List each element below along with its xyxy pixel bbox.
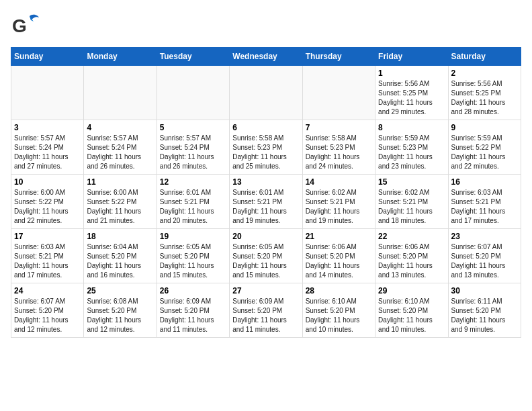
calendar-cell: 9Sunrise: 5:59 AM Sunset: 5:22 PM Daylig… (448, 120, 521, 175)
weekday-header: Monday (84, 48, 157, 66)
calendar-week-row: 17Sunrise: 6:03 AM Sunset: 5:21 PM Dayli… (11, 229, 521, 283)
day-info: Sunrise: 6:09 AM Sunset: 5:20 PM Dayligh… (160, 297, 226, 334)
day-info: Sunrise: 5:56 AM Sunset: 5:25 PM Dayligh… (451, 79, 518, 117)
day-info: Sunrise: 6:08 AM Sunset: 5:20 PM Dayligh… (87, 297, 153, 334)
day-number: 8 (378, 123, 445, 132)
day-number: 17 (14, 232, 81, 241)
day-number: 14 (306, 177, 372, 187)
day-number: 15 (378, 177, 445, 187)
day-info: Sunrise: 5:57 AM Sunset: 5:24 PM Dayligh… (87, 134, 153, 171)
calendar-cell: 7Sunrise: 5:58 AM Sunset: 5:23 PM Daylig… (302, 120, 375, 175)
day-info: Sunrise: 6:10 AM Sunset: 5:20 PM Dayligh… (306, 297, 372, 334)
day-info: Sunrise: 6:03 AM Sunset: 5:21 PM Dayligh… (451, 188, 518, 226)
calendar-cell: 28Sunrise: 6:10 AM Sunset: 5:20 PM Dayli… (302, 283, 375, 338)
day-number: 12 (160, 177, 226, 187)
page-header: G (11, 11, 521, 40)
svg-text:G: G (12, 15, 27, 36)
calendar-table: SundayMondayTuesdayWednesdayThursdayFrid… (11, 47, 521, 338)
day-info: Sunrise: 5:58 AM Sunset: 5:23 PM Dayligh… (306, 134, 372, 171)
day-number: 20 (232, 232, 299, 241)
calendar-cell: 20Sunrise: 6:05 AM Sunset: 5:20 PM Dayli… (230, 229, 302, 283)
calendar-week-row: 10Sunrise: 6:00 AM Sunset: 5:22 PM Dayli… (11, 175, 521, 229)
calendar-cell: 18Sunrise: 6:04 AM Sunset: 5:20 PM Dayli… (84, 229, 157, 283)
logo-icon: G (11, 11, 40, 40)
calendar-cell (302, 66, 375, 120)
day-number: 24 (14, 286, 81, 295)
calendar-cell: 15Sunrise: 6:02 AM Sunset: 5:21 PM Dayli… (375, 175, 448, 229)
day-info: Sunrise: 6:01 AM Sunset: 5:21 PM Dayligh… (160, 188, 226, 226)
day-number: 5 (160, 123, 226, 132)
calendar-cell: 30Sunrise: 6:11 AM Sunset: 5:20 PM Dayli… (448, 283, 521, 338)
calendar-cell: 11Sunrise: 6:00 AM Sunset: 5:22 PM Dayli… (84, 175, 157, 229)
day-info: Sunrise: 5:59 AM Sunset: 5:22 PM Dayligh… (451, 134, 518, 171)
day-number: 23 (451, 232, 518, 241)
day-number: 27 (232, 286, 299, 295)
day-number: 4 (87, 123, 153, 132)
day-number: 19 (160, 232, 226, 241)
day-number: 10 (14, 177, 81, 187)
day-number: 21 (306, 232, 372, 241)
day-number: 25 (87, 286, 153, 295)
day-number: 28 (306, 286, 372, 295)
day-info: Sunrise: 5:56 AM Sunset: 5:25 PM Dayligh… (378, 79, 445, 117)
day-info: Sunrise: 6:05 AM Sunset: 5:20 PM Dayligh… (232, 242, 299, 280)
calendar-cell: 19Sunrise: 6:05 AM Sunset: 5:20 PM Dayli… (157, 229, 229, 283)
calendar-week-row: 1Sunrise: 5:56 AM Sunset: 5:25 PM Daylig… (11, 66, 521, 120)
day-number: 13 (232, 177, 299, 187)
calendar-cell: 1Sunrise: 5:56 AM Sunset: 5:25 PM Daylig… (375, 66, 448, 120)
logo: G (11, 11, 43, 40)
day-info: Sunrise: 6:02 AM Sunset: 5:21 PM Dayligh… (378, 188, 445, 226)
day-number: 3 (14, 123, 81, 132)
weekday-header: Thursday (302, 48, 375, 66)
day-info: Sunrise: 6:06 AM Sunset: 5:20 PM Dayligh… (378, 242, 445, 280)
day-number: 18 (87, 232, 153, 241)
day-info: Sunrise: 6:04 AM Sunset: 5:20 PM Dayligh… (87, 242, 153, 280)
calendar-cell: 5Sunrise: 5:57 AM Sunset: 5:24 PM Daylig… (157, 120, 229, 175)
day-number: 7 (306, 123, 372, 132)
calendar-cell (157, 66, 229, 120)
weekday-header: Sunday (11, 48, 84, 66)
calendar-cell (230, 66, 302, 120)
calendar-cell: 10Sunrise: 6:00 AM Sunset: 5:22 PM Dayli… (11, 175, 84, 229)
day-info: Sunrise: 5:57 AM Sunset: 5:24 PM Dayligh… (160, 134, 226, 171)
calendar-week-row: 24Sunrise: 6:07 AM Sunset: 5:20 PM Dayli… (11, 283, 521, 338)
calendar-cell (84, 66, 157, 120)
weekday-header: Friday (375, 48, 448, 66)
weekday-header: Saturday (448, 48, 521, 66)
calendar-cell: 3Sunrise: 5:57 AM Sunset: 5:24 PM Daylig… (11, 120, 84, 175)
calendar-week-row: 3Sunrise: 5:57 AM Sunset: 5:24 PM Daylig… (11, 120, 521, 175)
day-info: Sunrise: 6:07 AM Sunset: 5:20 PM Dayligh… (14, 297, 81, 334)
day-number: 2 (451, 68, 518, 78)
day-number: 6 (232, 123, 299, 132)
calendar-cell: 16Sunrise: 6:03 AM Sunset: 5:21 PM Dayli… (448, 175, 521, 229)
calendar-cell: 29Sunrise: 6:10 AM Sunset: 5:20 PM Dayli… (375, 283, 448, 338)
calendar-cell: 13Sunrise: 6:01 AM Sunset: 5:21 PM Dayli… (230, 175, 302, 229)
calendar-cell: 4Sunrise: 5:57 AM Sunset: 5:24 PM Daylig… (84, 120, 157, 175)
day-info: Sunrise: 6:05 AM Sunset: 5:20 PM Dayligh… (160, 242, 226, 280)
calendar-cell: 22Sunrise: 6:06 AM Sunset: 5:20 PM Dayli… (375, 229, 448, 283)
day-info: Sunrise: 5:59 AM Sunset: 5:23 PM Dayligh… (378, 134, 445, 171)
weekday-header: Tuesday (157, 48, 229, 66)
day-number: 1 (378, 68, 445, 78)
day-info: Sunrise: 6:06 AM Sunset: 5:20 PM Dayligh… (306, 242, 372, 280)
calendar-cell: 25Sunrise: 6:08 AM Sunset: 5:20 PM Dayli… (84, 283, 157, 338)
day-info: Sunrise: 6:00 AM Sunset: 5:22 PM Dayligh… (14, 188, 81, 226)
calendar-cell: 2Sunrise: 5:56 AM Sunset: 5:25 PM Daylig… (448, 66, 521, 120)
day-number: 29 (378, 286, 445, 295)
calendar-header-row: SundayMondayTuesdayWednesdayThursdayFrid… (11, 48, 521, 66)
calendar-cell: 14Sunrise: 6:02 AM Sunset: 5:21 PM Dayli… (302, 175, 375, 229)
day-info: Sunrise: 6:00 AM Sunset: 5:22 PM Dayligh… (87, 188, 153, 226)
day-number: 11 (87, 177, 153, 187)
day-number: 16 (451, 177, 518, 187)
day-number: 22 (378, 232, 445, 241)
day-number: 30 (451, 286, 518, 295)
calendar-cell: 12Sunrise: 6:01 AM Sunset: 5:21 PM Dayli… (157, 175, 229, 229)
weekday-header: Wednesday (230, 48, 302, 66)
day-info: Sunrise: 6:07 AM Sunset: 5:20 PM Dayligh… (451, 242, 518, 280)
day-info: Sunrise: 5:57 AM Sunset: 5:24 PM Dayligh… (14, 134, 81, 171)
calendar-cell (11, 66, 84, 120)
day-info: Sunrise: 6:09 AM Sunset: 5:20 PM Dayligh… (232, 297, 299, 334)
calendar-cell: 26Sunrise: 6:09 AM Sunset: 5:20 PM Dayli… (157, 283, 229, 338)
calendar-cell: 8Sunrise: 5:59 AM Sunset: 5:23 PM Daylig… (375, 120, 448, 175)
day-info: Sunrise: 6:03 AM Sunset: 5:21 PM Dayligh… (14, 242, 81, 280)
